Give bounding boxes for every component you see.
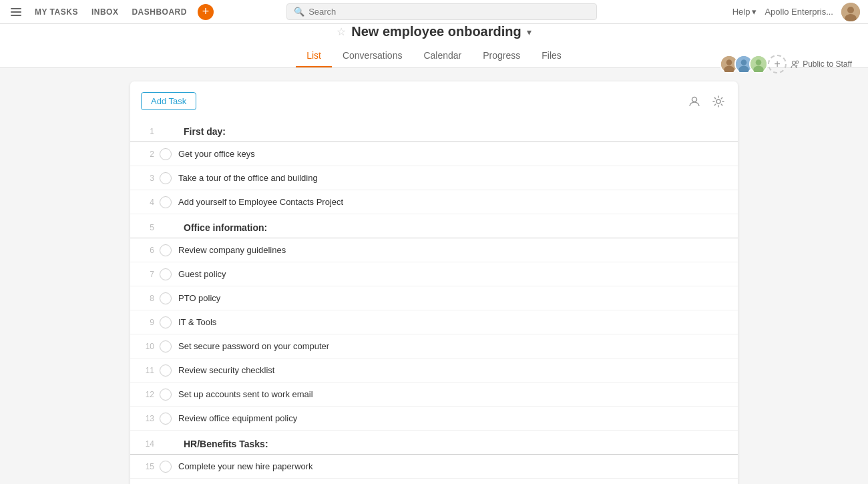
- company-name[interactable]: Apollo Enterpris...: [765, 7, 833, 17]
- task-name[interactable]: Get your office keys: [178, 149, 255, 159]
- table-row: 11 Review security checklist: [130, 358, 738, 383]
- row-number: 4: [141, 198, 160, 207]
- svg-point-10: [756, 59, 762, 65]
- task-checkbox[interactable]: [160, 316, 172, 328]
- member-bar: + Public to Staff: [720, 55, 852, 73]
- task-name[interactable]: Review security checklist: [178, 365, 275, 375]
- member-avatar-3: [749, 55, 768, 73]
- project-title: New employee onboarding: [351, 24, 521, 39]
- table-row: 4 Add yourself to Employee Contacts Proj…: [130, 190, 738, 214]
- row-number: 11: [141, 366, 160, 375]
- table-row: 10 Set secure password on your computer: [130, 334, 738, 358]
- tab-conversations[interactable]: Conversations: [332, 45, 413, 67]
- task-name[interactable]: PTO policy: [178, 293, 220, 303]
- table-row: 3 Take a tour of the office and building: [130, 166, 738, 190]
- task-name[interactable]: Complete your new hire paperwork: [178, 461, 313, 471]
- tab-progress[interactable]: Progress: [472, 45, 531, 67]
- task-checkbox[interactable]: [160, 148, 172, 160]
- tab-list[interactable]: List: [296, 45, 332, 67]
- section-row: 1 First day:: [130, 118, 738, 142]
- row-number: 13: [141, 414, 160, 423]
- search-bar: 🔍: [286, 3, 597, 20]
- task-checkbox[interactable]: [160, 340, 172, 352]
- nav-links: MY TASKS INBOX DASHBOARD: [35, 7, 187, 17]
- table-row: 12 Set up accounts sent to work email: [130, 383, 738, 407]
- tab-calendar[interactable]: Calendar: [413, 45, 472, 67]
- avatar[interactable]: [841, 3, 860, 21]
- task-checkbox[interactable]: [160, 268, 172, 280]
- task-toolbar: Add Task: [130, 92, 738, 118]
- row-number: 3: [141, 174, 160, 183]
- hamburger-menu[interactable]: [8, 5, 24, 19]
- section-title: HR/Benefits Tasks:: [184, 439, 268, 449]
- row-number: 5: [141, 223, 160, 232]
- people-icon: [791, 59, 800, 69]
- assign-member-button[interactable]: [686, 93, 703, 110]
- task-checkbox[interactable]: [160, 292, 172, 304]
- table-row: 13 Review office equipment policy: [130, 407, 738, 431]
- privacy-label: Public to Staff: [803, 59, 852, 69]
- task-name[interactable]: Set secure password on your computer: [178, 341, 329, 351]
- project-title-row: ☆ New employee onboarding ▾: [0, 24, 868, 39]
- task-list: 1 First day: 2 Get your office keys 3 Ta…: [130, 118, 738, 484]
- project-dropdown-icon[interactable]: ▾: [527, 27, 531, 37]
- main-content: Add Task 1 First: [0, 68, 868, 484]
- tab-files[interactable]: Files: [531, 45, 572, 67]
- svg-point-12: [793, 61, 796, 65]
- table-row: 9 IT & Tools: [130, 310, 738, 334]
- star-icon[interactable]: ☆: [337, 25, 346, 38]
- search-input[interactable]: [308, 7, 590, 17]
- task-panel: Add Task 1 First: [130, 81, 738, 484]
- nav-dashboard[interactable]: DASHBOARD: [132, 7, 187, 17]
- row-number: 6: [141, 246, 160, 255]
- table-row: 6 Review company guidelines: [130, 238, 738, 262]
- svg-point-7: [741, 59, 747, 65]
- svg-point-13: [796, 61, 799, 63]
- row-number: 7: [141, 270, 160, 279]
- table-row: 7 Guest policy: [130, 262, 738, 286]
- row-number: 1: [141, 127, 160, 136]
- row-number: 8: [141, 294, 160, 303]
- task-name[interactable]: Review office equipment policy: [178, 413, 297, 423]
- row-number: 10: [141, 342, 160, 351]
- table-row: 2 Get your office keys: [130, 142, 738, 166]
- search-icon: 🔍: [294, 7, 304, 17]
- task-checkbox[interactable]: [160, 413, 172, 425]
- task-checkbox[interactable]: [160, 389, 172, 401]
- task-name[interactable]: Review company guidelines: [178, 245, 286, 255]
- section-row: 14 HR/Benefits Tasks:: [130, 431, 738, 455]
- settings-button[interactable]: [710, 93, 727, 110]
- task-name[interactable]: Take a tour of the office and building: [178, 173, 318, 183]
- help-button[interactable]: Help ▾: [732, 7, 757, 17]
- nav-right: Help ▾ Apollo Enterpris...: [732, 3, 860, 21]
- section-title: First day:: [184, 126, 226, 137]
- svg-point-14: [692, 97, 697, 101]
- add-project-button[interactable]: +: [198, 4, 214, 20]
- person-icon: [688, 95, 700, 107]
- task-name[interactable]: Add yourself to Employee Contacts Projec…: [178, 197, 343, 207]
- row-number: 2: [141, 150, 160, 159]
- chevron-down-icon: ▾: [752, 7, 756, 17]
- table-row: 8 PTO policy: [130, 286, 738, 310]
- nav-inbox[interactable]: INBOX: [91, 7, 119, 17]
- task-name[interactable]: Set up accounts sent to work email: [178, 389, 313, 399]
- task-name[interactable]: Guest policy: [178, 269, 226, 279]
- privacy-badge: Public to Staff: [791, 59, 852, 69]
- toolbar-right: [686, 93, 727, 110]
- gear-icon: [712, 95, 724, 107]
- nav-my-tasks[interactable]: MY TASKS: [35, 7, 78, 17]
- task-checkbox[interactable]: [160, 461, 172, 473]
- task-checkbox[interactable]: [160, 244, 172, 256]
- top-nav: MY TASKS INBOX DASHBOARD + 🔍 Help ▾ Apol…: [0, 0, 868, 24]
- add-task-button[interactable]: Add Task: [141, 92, 196, 110]
- table-row: 15 Complete your new hire paperwork: [130, 455, 738, 479]
- svg-point-15: [716, 99, 720, 103]
- task-checkbox[interactable]: [160, 365, 172, 377]
- add-member-button[interactable]: +: [768, 55, 787, 73]
- table-row: 16 Enroll in benefits: [130, 479, 738, 484]
- row-number: 9: [141, 318, 160, 327]
- task-checkbox[interactable]: [160, 172, 172, 184]
- task-checkbox[interactable]: [160, 196, 172, 208]
- task-name[interactable]: IT & Tools: [178, 317, 216, 327]
- row-number: 12: [141, 390, 160, 399]
